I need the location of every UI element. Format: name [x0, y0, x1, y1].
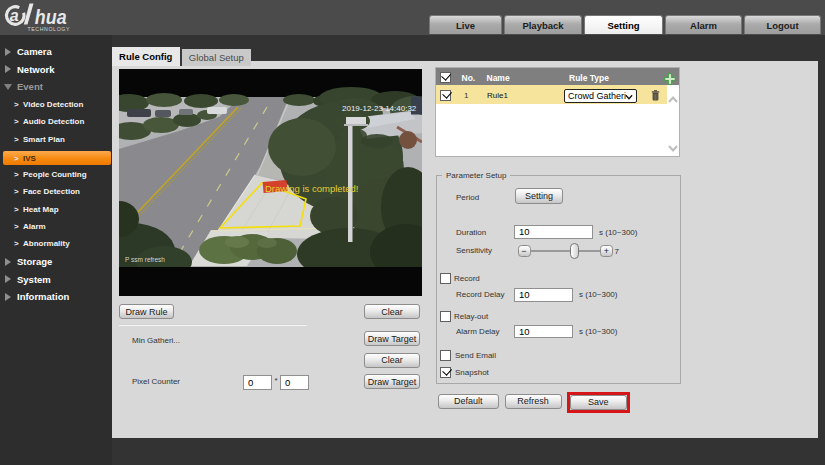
svg-text:TECHNOLOGY: TECHNOLOGY [28, 26, 71, 32]
svg-text:P ssm refresh: P ssm refresh [125, 256, 165, 263]
svg-text:hua: hua [35, 5, 67, 29]
svg-text:Drawing is completed!: Drawing is completed! [265, 183, 358, 194]
svg-text:2019-12-23 14:40:32: 2019-12-23 14:40:32 [342, 104, 417, 113]
svg-text:a: a [10, 7, 19, 24]
